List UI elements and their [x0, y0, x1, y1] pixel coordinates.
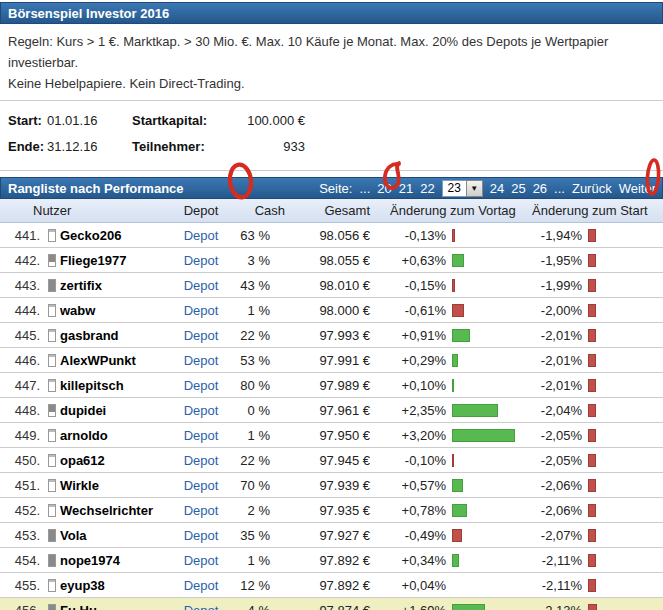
user-level-icon — [48, 454, 56, 467]
user-level-icon — [48, 354, 56, 367]
depot-link[interactable]: Depot — [184, 228, 219, 243]
page-link-22[interactable]: 22 — [420, 181, 434, 196]
depot-link[interactable]: Depot — [184, 478, 219, 493]
depot-link[interactable]: Depot — [184, 553, 219, 568]
depot-link[interactable]: Depot — [184, 403, 219, 418]
table-row: 451. Wirkle Depot 70 % 97.939 € +0,57% -… — [0, 473, 663, 498]
page-link-26[interactable]: 26 — [533, 181, 547, 196]
column-header-cash[interactable]: Cash — [222, 203, 270, 218]
user-cell: eyup38 — [40, 578, 180, 593]
start-change-bar — [588, 579, 596, 592]
vortag-change-bar — [452, 329, 470, 342]
cash-value: 12 % — [222, 578, 270, 593]
depot-link[interactable]: Depot — [184, 453, 219, 468]
depot-link[interactable]: Depot — [184, 303, 219, 318]
start-value: -2,11% — [530, 553, 582, 568]
depot-cell: Depot — [180, 303, 222, 318]
username: wabw — [60, 303, 95, 318]
depot-cell: Depot — [180, 403, 222, 418]
username: AlexWPunkt — [60, 353, 136, 368]
user-cell: killepitsch — [40, 378, 180, 393]
username: killepitsch — [60, 378, 124, 393]
teilnehmer-value: 933 — [222, 139, 305, 154]
page-title: Börsenspiel Investor 2016 — [0, 2, 663, 24]
vortag-change-bar — [452, 454, 454, 467]
depot-cell: Depot — [180, 378, 222, 393]
chevron-down-icon[interactable]: ▼ — [466, 180, 483, 197]
column-header-gesamt[interactable]: Gesamt — [270, 203, 370, 218]
weiter-button[interactable]: Weiter — [619, 181, 656, 196]
depot-cell: Depot — [180, 528, 222, 543]
page-link-24[interactable]: 24 — [490, 181, 504, 196]
depot-link[interactable]: Depot — [184, 503, 219, 518]
depot-cell: Depot — [180, 553, 222, 568]
gesamt-value: 97.961 € — [270, 403, 370, 418]
vortag-value: -0,15% — [370, 278, 446, 293]
start-value: -1,94% — [530, 228, 582, 243]
cash-value: 0 % — [222, 403, 270, 418]
depot-link[interactable]: Depot — [184, 603, 219, 610]
rank-number: 455. — [0, 578, 40, 593]
start-change-bar — [588, 254, 596, 267]
table-header-row: Nutzer Depot Cash Gesamt Änderung zum Vo… — [0, 199, 663, 223]
pagination: Seite: ... 20 21 22 23 ▼ 24 25 26 ... Zu… — [319, 180, 656, 197]
page-link-21[interactable]: 21 — [399, 181, 413, 196]
vortag-change-bar — [452, 604, 485, 610]
column-header-aenderung-start[interactable]: Änderung zum Start — [530, 203, 661, 218]
rank-number: 446. — [0, 353, 40, 368]
column-header-depot[interactable]: Depot — [180, 203, 222, 218]
depot-link[interactable]: Depot — [184, 428, 219, 443]
start-change-bar — [588, 379, 596, 392]
start-change-bar — [588, 429, 596, 442]
page-select-dropdown[interactable]: 23 ▼ — [442, 180, 483, 197]
start-value: -2,07% — [530, 528, 582, 543]
ranking-table-body: 441. Gecko206 Depot 63 % 98.056 € -0,13%… — [0, 223, 663, 610]
rank-number: 447. — [0, 378, 40, 393]
zurueck-button[interactable]: Zurück — [572, 181, 612, 196]
depot-link[interactable]: Depot — [184, 378, 219, 393]
depot-link[interactable]: Depot — [184, 353, 219, 368]
vortag-value: +0,04% — [370, 578, 446, 593]
vortag-value: +0,34% — [370, 553, 446, 568]
depot-link[interactable]: Depot — [184, 253, 219, 268]
table-row: 444. wabw Depot 1 % 98.000 € -0,61% -2,0… — [0, 298, 663, 323]
user-cell: Fliege1977 — [40, 253, 180, 268]
depot-link[interactable]: Depot — [184, 528, 219, 543]
start-value: -2,04% — [530, 403, 582, 418]
table-row: 443. zertifix Depot 43 % 98.010 € -0,15%… — [0, 273, 663, 298]
column-header-nutzer[interactable]: Nutzer — [0, 203, 180, 218]
rank-number: 441. — [0, 228, 40, 243]
depot-link[interactable]: Depot — [184, 278, 219, 293]
ellipsis-right: ... — [554, 181, 565, 196]
depot-cell: Depot — [180, 428, 222, 443]
start-value: -2,05% — [530, 453, 582, 468]
page-link-20[interactable]: 20 — [377, 181, 391, 196]
start-value: -1,95% — [530, 253, 582, 268]
start-value: 01.01.16 — [47, 113, 132, 128]
username: Vola — [60, 528, 87, 543]
column-header-aenderung-vortag[interactable]: Änderung zum Vortag — [370, 203, 530, 218]
start-value: -1,99% — [530, 278, 582, 293]
start-change-bar — [588, 304, 596, 317]
seite-label: Seite: — [319, 181, 352, 196]
depot-link[interactable]: Depot — [184, 328, 219, 343]
depot-cell: Depot — [180, 453, 222, 468]
start-value: -2,01% — [530, 378, 582, 393]
start-change-bar — [588, 529, 596, 542]
user-level-icon — [48, 254, 56, 267]
rank-number: 450. — [0, 453, 40, 468]
gesamt-value: 97.993 € — [270, 328, 370, 343]
start-value: -2,01% — [530, 328, 582, 343]
info-row-start: Start: 01.01.16 Startkapital: 100.000 € — [0, 107, 663, 133]
ellipsis-left: ... — [359, 181, 370, 196]
vortag-change-bar — [452, 379, 454, 392]
page-link-25[interactable]: 25 — [511, 181, 525, 196]
table-row: 455. eyup38 Depot 12 % 97.892 € +0,04% -… — [0, 573, 663, 598]
user-cell: Fu Hu — [40, 603, 180, 610]
depot-link[interactable]: Depot — [184, 578, 219, 593]
vortag-change-bar — [452, 404, 498, 417]
username: Wirkle — [60, 478, 99, 493]
game-info: Start: 01.01.16 Startkapital: 100.000 € … — [0, 101, 663, 166]
gesamt-value: 97.874 € — [270, 603, 370, 610]
vortag-value: -0,61% — [370, 303, 446, 318]
